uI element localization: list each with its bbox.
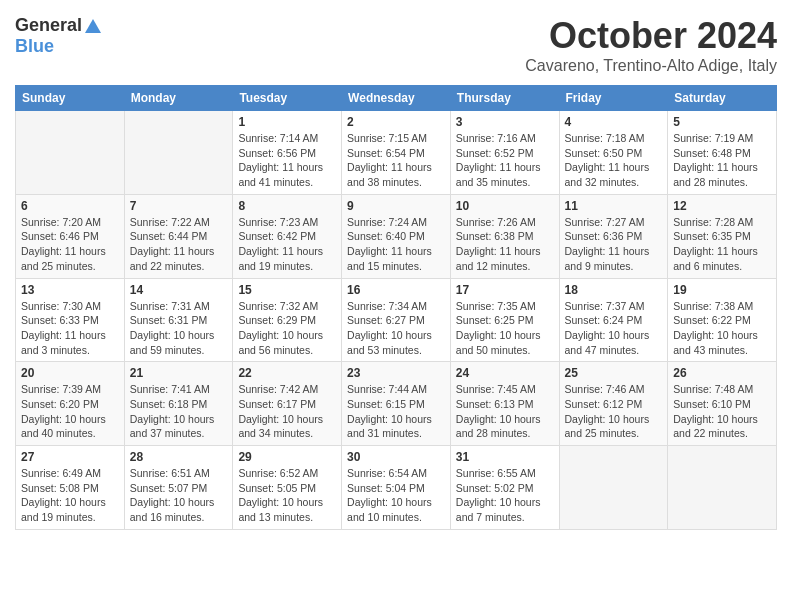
calendar-cell: 11Sunrise: 7:27 AMSunset: 6:36 PMDayligh… bbox=[559, 194, 668, 278]
day-number: 15 bbox=[238, 283, 336, 297]
calendar-cell: 19Sunrise: 7:38 AMSunset: 6:22 PMDayligh… bbox=[668, 278, 777, 362]
day-info: Sunrise: 7:38 AMSunset: 6:22 PMDaylight:… bbox=[673, 299, 771, 358]
calendar-cell: 17Sunrise: 7:35 AMSunset: 6:25 PMDayligh… bbox=[450, 278, 559, 362]
day-info: Sunrise: 7:45 AMSunset: 6:13 PMDaylight:… bbox=[456, 382, 554, 441]
calendar-cell: 22Sunrise: 7:42 AMSunset: 6:17 PMDayligh… bbox=[233, 362, 342, 446]
weekday-header-row: Sunday Monday Tuesday Wednesday Thursday… bbox=[16, 86, 777, 111]
header-thursday: Thursday bbox=[450, 86, 559, 111]
day-number: 2 bbox=[347, 115, 445, 129]
day-info: Sunrise: 7:32 AMSunset: 6:29 PMDaylight:… bbox=[238, 299, 336, 358]
day-info: Sunrise: 7:41 AMSunset: 6:18 PMDaylight:… bbox=[130, 382, 228, 441]
day-info: Sunrise: 7:26 AMSunset: 6:38 PMDaylight:… bbox=[456, 215, 554, 274]
day-info: Sunrise: 7:34 AMSunset: 6:27 PMDaylight:… bbox=[347, 299, 445, 358]
calendar-cell: 28Sunrise: 6:51 AMSunset: 5:07 PMDayligh… bbox=[124, 446, 233, 530]
day-info: Sunrise: 7:39 AMSunset: 6:20 PMDaylight:… bbox=[21, 382, 119, 441]
day-info: Sunrise: 7:37 AMSunset: 6:24 PMDaylight:… bbox=[565, 299, 663, 358]
day-number: 18 bbox=[565, 283, 663, 297]
calendar-week-row: 20Sunrise: 7:39 AMSunset: 6:20 PMDayligh… bbox=[16, 362, 777, 446]
day-number: 7 bbox=[130, 199, 228, 213]
day-info: Sunrise: 7:20 AMSunset: 6:46 PMDaylight:… bbox=[21, 215, 119, 274]
day-info: Sunrise: 7:23 AMSunset: 6:42 PMDaylight:… bbox=[238, 215, 336, 274]
day-number: 11 bbox=[565, 199, 663, 213]
logo-general-text: General bbox=[15, 15, 82, 36]
day-info: Sunrise: 7:16 AMSunset: 6:52 PMDaylight:… bbox=[456, 131, 554, 190]
day-info: Sunrise: 6:55 AMSunset: 5:02 PMDaylight:… bbox=[456, 466, 554, 525]
calendar-cell: 3Sunrise: 7:16 AMSunset: 6:52 PMDaylight… bbox=[450, 111, 559, 195]
calendar-cell: 23Sunrise: 7:44 AMSunset: 6:15 PMDayligh… bbox=[342, 362, 451, 446]
calendar-cell: 5Sunrise: 7:19 AMSunset: 6:48 PMDaylight… bbox=[668, 111, 777, 195]
day-number: 9 bbox=[347, 199, 445, 213]
calendar-cell bbox=[16, 111, 125, 195]
day-number: 5 bbox=[673, 115, 771, 129]
calendar-week-row: 6Sunrise: 7:20 AMSunset: 6:46 PMDaylight… bbox=[16, 194, 777, 278]
calendar-cell: 29Sunrise: 6:52 AMSunset: 5:05 PMDayligh… bbox=[233, 446, 342, 530]
day-info: Sunrise: 7:27 AMSunset: 6:36 PMDaylight:… bbox=[565, 215, 663, 274]
day-number: 10 bbox=[456, 199, 554, 213]
day-number: 19 bbox=[673, 283, 771, 297]
calendar-cell: 25Sunrise: 7:46 AMSunset: 6:12 PMDayligh… bbox=[559, 362, 668, 446]
day-info: Sunrise: 7:14 AMSunset: 6:56 PMDaylight:… bbox=[238, 131, 336, 190]
header-sunday: Sunday bbox=[16, 86, 125, 111]
day-info: Sunrise: 7:31 AMSunset: 6:31 PMDaylight:… bbox=[130, 299, 228, 358]
calendar-cell: 7Sunrise: 7:22 AMSunset: 6:44 PMDaylight… bbox=[124, 194, 233, 278]
month-title: October 2024 bbox=[525, 15, 777, 57]
calendar-cell: 14Sunrise: 7:31 AMSunset: 6:31 PMDayligh… bbox=[124, 278, 233, 362]
day-info: Sunrise: 7:48 AMSunset: 6:10 PMDaylight:… bbox=[673, 382, 771, 441]
page-header: General Blue October 2024 Cavareno, Tren… bbox=[15, 15, 777, 75]
calendar-week-row: 1Sunrise: 7:14 AMSunset: 6:56 PMDaylight… bbox=[16, 111, 777, 195]
day-info: Sunrise: 6:51 AMSunset: 5:07 PMDaylight:… bbox=[130, 466, 228, 525]
day-number: 29 bbox=[238, 450, 336, 464]
day-info: Sunrise: 7:30 AMSunset: 6:33 PMDaylight:… bbox=[21, 299, 119, 358]
calendar-cell: 27Sunrise: 6:49 AMSunset: 5:08 PMDayligh… bbox=[16, 446, 125, 530]
calendar-cell: 6Sunrise: 7:20 AMSunset: 6:46 PMDaylight… bbox=[16, 194, 125, 278]
day-number: 12 bbox=[673, 199, 771, 213]
calendar-cell: 31Sunrise: 6:55 AMSunset: 5:02 PMDayligh… bbox=[450, 446, 559, 530]
day-number: 21 bbox=[130, 366, 228, 380]
day-info: Sunrise: 7:19 AMSunset: 6:48 PMDaylight:… bbox=[673, 131, 771, 190]
header-friday: Friday bbox=[559, 86, 668, 111]
logo-blue-text: Blue bbox=[15, 36, 54, 57]
day-number: 25 bbox=[565, 366, 663, 380]
day-info: Sunrise: 7:44 AMSunset: 6:15 PMDaylight:… bbox=[347, 382, 445, 441]
calendar-cell: 10Sunrise: 7:26 AMSunset: 6:38 PMDayligh… bbox=[450, 194, 559, 278]
day-number: 3 bbox=[456, 115, 554, 129]
title-section: October 2024 Cavareno, Trentino-Alto Adi… bbox=[525, 15, 777, 75]
calendar-week-row: 13Sunrise: 7:30 AMSunset: 6:33 PMDayligh… bbox=[16, 278, 777, 362]
calendar-cell: 24Sunrise: 7:45 AMSunset: 6:13 PMDayligh… bbox=[450, 362, 559, 446]
calendar-cell bbox=[559, 446, 668, 530]
day-info: Sunrise: 6:54 AMSunset: 5:04 PMDaylight:… bbox=[347, 466, 445, 525]
day-number: 20 bbox=[21, 366, 119, 380]
day-number: 28 bbox=[130, 450, 228, 464]
day-info: Sunrise: 7:46 AMSunset: 6:12 PMDaylight:… bbox=[565, 382, 663, 441]
calendar-cell: 16Sunrise: 7:34 AMSunset: 6:27 PMDayligh… bbox=[342, 278, 451, 362]
calendar-cell: 12Sunrise: 7:28 AMSunset: 6:35 PMDayligh… bbox=[668, 194, 777, 278]
calendar-cell: 4Sunrise: 7:18 AMSunset: 6:50 PMDaylight… bbox=[559, 111, 668, 195]
day-number: 31 bbox=[456, 450, 554, 464]
day-info: Sunrise: 7:24 AMSunset: 6:40 PMDaylight:… bbox=[347, 215, 445, 274]
header-monday: Monday bbox=[124, 86, 233, 111]
calendar-cell: 20Sunrise: 7:39 AMSunset: 6:20 PMDayligh… bbox=[16, 362, 125, 446]
logo-triangle-icon bbox=[84, 17, 102, 35]
day-number: 8 bbox=[238, 199, 336, 213]
calendar-cell bbox=[668, 446, 777, 530]
calendar-cell: 21Sunrise: 7:41 AMSunset: 6:18 PMDayligh… bbox=[124, 362, 233, 446]
svg-marker-0 bbox=[85, 19, 101, 33]
day-number: 13 bbox=[21, 283, 119, 297]
day-number: 17 bbox=[456, 283, 554, 297]
calendar-cell: 26Sunrise: 7:48 AMSunset: 6:10 PMDayligh… bbox=[668, 362, 777, 446]
logo: General Blue bbox=[15, 15, 102, 57]
day-number: 16 bbox=[347, 283, 445, 297]
day-info: Sunrise: 7:35 AMSunset: 6:25 PMDaylight:… bbox=[456, 299, 554, 358]
day-number: 27 bbox=[21, 450, 119, 464]
day-number: 22 bbox=[238, 366, 336, 380]
day-info: Sunrise: 7:28 AMSunset: 6:35 PMDaylight:… bbox=[673, 215, 771, 274]
calendar-cell: 13Sunrise: 7:30 AMSunset: 6:33 PMDayligh… bbox=[16, 278, 125, 362]
calendar-cell: 18Sunrise: 7:37 AMSunset: 6:24 PMDayligh… bbox=[559, 278, 668, 362]
day-number: 14 bbox=[130, 283, 228, 297]
day-number: 30 bbox=[347, 450, 445, 464]
calendar-cell: 30Sunrise: 6:54 AMSunset: 5:04 PMDayligh… bbox=[342, 446, 451, 530]
calendar-cell bbox=[124, 111, 233, 195]
day-number: 26 bbox=[673, 366, 771, 380]
calendar-cell: 1Sunrise: 7:14 AMSunset: 6:56 PMDaylight… bbox=[233, 111, 342, 195]
header-wednesday: Wednesday bbox=[342, 86, 451, 111]
